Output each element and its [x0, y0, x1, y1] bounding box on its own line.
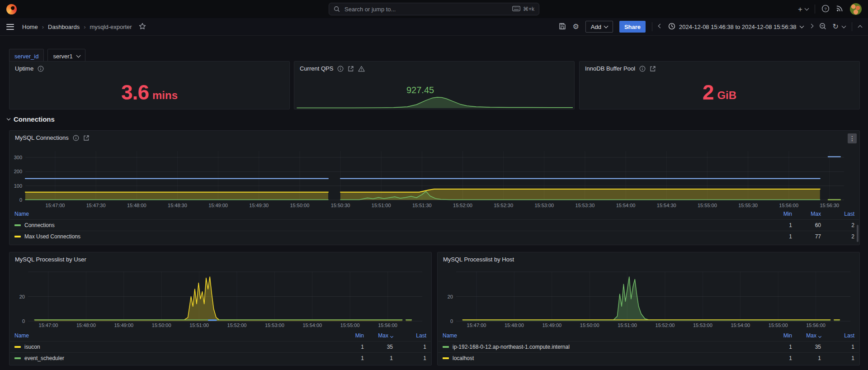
chevron-down-icon: [7, 117, 10, 120]
processlist-host-chart[interactable]: 02015:47:0015:48:0015:49:0015:50:0015:51…: [438, 266, 859, 331]
share-button[interactable]: Share: [619, 21, 646, 33]
divider: [652, 22, 652, 31]
external-link-icon[interactable]: [348, 66, 354, 72]
plus-icon: +: [798, 5, 802, 13]
connections-chart[interactable]: 010020030015:47:0015:47:3015:48:0015:48:…: [10, 144, 859, 210]
info-icon[interactable]: [73, 135, 79, 141]
external-link-icon[interactable]: [83, 135, 90, 141]
user-avatar[interactable]: [850, 3, 862, 15]
time-range-label: 2024-12-08 15:46:38 to 2024-12-08 15:56:…: [679, 24, 797, 30]
new-button[interactable]: +: [798, 5, 808, 13]
processlist-user-legend: NameMinMaxLastisucon1351event_scheduler1…: [10, 330, 431, 364]
svg-text:15:52:00: 15:52:00: [227, 323, 247, 328]
panel-title: MySQL Connections: [15, 134, 90, 141]
legend-series-toggle[interactable]: Connections: [14, 222, 763, 228]
series-color-dash: [14, 346, 21, 348]
svg-text:15:49:00: 15:49:00: [542, 323, 561, 328]
legend-series-toggle[interactable]: isucon: [14, 344, 335, 350]
svg-text:15:55:00: 15:55:00: [698, 203, 717, 208]
processlist-by-user-panel: MySQL Processlist by User 02015:47:0015:…: [9, 252, 432, 365]
qps-sparkline-chart[interactable]: [295, 95, 573, 109]
legend-stat-value: 1: [792, 355, 821, 361]
svg-text:15:53:00: 15:53:00: [534, 203, 554, 208]
processlist-host-svg: 02015:47:0015:48:0015:49:0015:50:0015:51…: [438, 266, 859, 329]
top-nav-bar: ⌘+k + ?: [0, 0, 868, 18]
stat-number: 3.6: [121, 80, 149, 104]
series-color-dash: [443, 346, 449, 348]
svg-text:15:54:30: 15:54:30: [657, 203, 676, 208]
panel-title-text: MySQL Processlist by Host: [443, 256, 514, 263]
svg-text:15:47:00: 15:47:00: [39, 323, 58, 328]
legend-column-header[interactable]: Max: [378, 332, 388, 339]
stat-number: 2: [703, 80, 714, 104]
kebab-icon[interactable]: ⋮: [848, 133, 857, 143]
legend-stat-value: 1: [335, 344, 364, 350]
grafana-logo[interactable]: [6, 4, 17, 14]
legend-column-header[interactable]: Name: [443, 332, 457, 339]
legend-series-toggle[interactable]: ip-192-168-0-12.ap-northeast-1.compute.i…: [443, 344, 763, 350]
legend-series-name: event_scheduler: [24, 355, 64, 361]
save-icon[interactable]: [559, 23, 566, 31]
warning-icon[interactable]: [358, 66, 365, 72]
legend-row: isucon1351: [10, 341, 431, 352]
legend-series-toggle[interactable]: Max Used Connections: [14, 233, 763, 240]
svg-text:15:53:00: 15:53:00: [693, 323, 712, 328]
add-button[interactable]: Add: [585, 21, 613, 33]
breadcrumb-separator: ›: [84, 24, 85, 30]
legend-series-toggle[interactable]: localhost: [443, 355, 763, 361]
legend-column-header[interactable]: Min: [783, 211, 792, 217]
legend-column-header[interactable]: Min: [355, 332, 364, 339]
info-icon[interactable]: [337, 66, 344, 72]
legend-column-header[interactable]: Last: [844, 332, 854, 339]
uptime-panel: Uptime 3.6 mins: [9, 61, 290, 109]
time-forward-icon[interactable]: [809, 24, 813, 28]
panel-title-text: MySQL Connections: [15, 134, 69, 141]
help-icon[interactable]: ?: [821, 5, 830, 14]
processlist-host-legend: NameMinMaxLastip-192-168-0-12.ap-northea…: [438, 330, 859, 364]
legend-series-toggle[interactable]: event_scheduler: [14, 355, 335, 361]
connections-section-header[interactable]: Connections: [7, 115, 55, 123]
breadcrumb-home[interactable]: Home: [22, 24, 38, 30]
time-back-icon[interactable]: [658, 24, 663, 28]
svg-text:15:55:00: 15:55:00: [769, 323, 788, 328]
legend-column-header[interactable]: Last: [416, 332, 426, 339]
innodb-value: 2 GiB: [580, 75, 859, 109]
legend-row: ip-192-168-0-12.ap-northeast-1.compute.i…: [438, 341, 859, 352]
search-bar[interactable]: ⌘+k: [329, 3, 539, 15]
svg-text:15:48:00: 15:48:00: [505, 323, 524, 328]
legend-stat-value: 1: [821, 355, 854, 361]
legend-column-header[interactable]: Min: [783, 332, 792, 339]
info-icon[interactable]: [639, 66, 646, 72]
info-icon[interactable]: [38, 66, 44, 72]
chevron-down-icon: [842, 24, 846, 28]
legend-column-header[interactable]: Name: [14, 211, 29, 217]
legend-row: event_scheduler111: [10, 352, 431, 364]
clock-icon: [668, 23, 675, 31]
collapse-toolbar-icon[interactable]: [858, 25, 863, 30]
svg-text:20: 20: [448, 294, 453, 299]
gear-icon[interactable]: ⚙: [572, 23, 579, 30]
variable-value: server1: [53, 53, 72, 60]
svg-text:15:50:00: 15:50:00: [580, 323, 599, 328]
processlist-user-chart[interactable]: 02015:47:0015:48:0015:49:0015:50:0015:51…: [10, 266, 431, 331]
legend-column-header[interactable]: Max: [806, 332, 816, 339]
legend-column-header[interactable]: Max: [811, 211, 821, 217]
rss-news-icon[interactable]: [836, 5, 844, 14]
svg-text:15:47:00: 15:47:00: [46, 203, 65, 208]
breadcrumb-dashboards[interactable]: Dashboards: [48, 24, 80, 30]
legend-column-header[interactable]: Name: [14, 332, 29, 339]
chevron-down-icon: [76, 53, 80, 58]
time-range-picker[interactable]: 2024-12-08 15:46:38 to 2024-12-08 15:56:…: [668, 23, 803, 31]
legend-header: NameMinMaxLast: [10, 330, 431, 341]
legend-series-name: ip-192-168-0-12.ap-northeast-1.compute.i…: [453, 344, 570, 350]
chevron-down-icon: [799, 24, 804, 28]
search-input[interactable]: [344, 5, 509, 13]
menu-icon[interactable]: [6, 24, 14, 30]
zoom-out-icon[interactable]: [819, 23, 826, 31]
refresh-control[interactable]: ↻: [833, 23, 845, 30]
legend-scrollbar[interactable]: [857, 225, 859, 242]
star-icon[interactable]: [139, 23, 146, 31]
external-link-icon[interactable]: [650, 66, 656, 72]
svg-text:15:48:00: 15:48:00: [127, 203, 146, 208]
legend-column-header[interactable]: Last: [844, 211, 854, 217]
